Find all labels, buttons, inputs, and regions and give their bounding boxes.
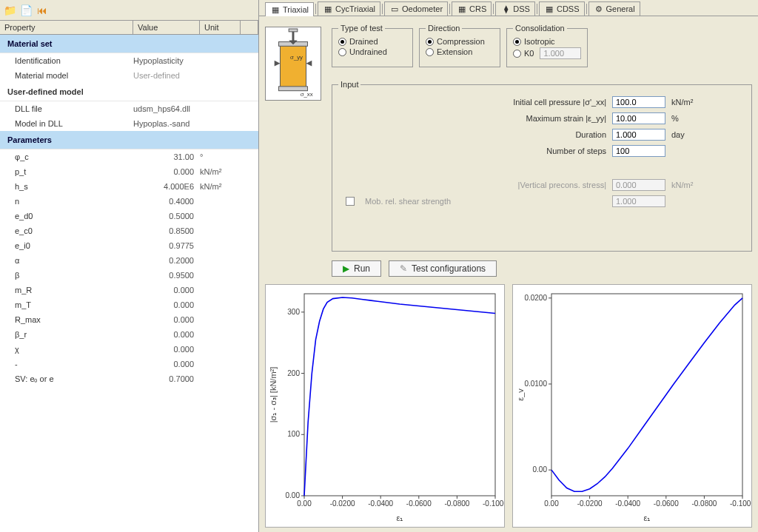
- svg-text:σ_yy: σ_yy: [290, 54, 303, 61]
- new-doc-icon[interactable]: 📄: [19, 4, 33, 17]
- radio-undrained[interactable]: Undrained: [338, 47, 406, 56]
- input-duration[interactable]: [612, 129, 665, 141]
- svg-text:0.00: 0.00: [544, 499, 559, 508]
- tab-crs[interactable]: ▦CRS: [452, 1, 492, 16]
- param-row[interactable]: β_r0.000: [0, 327, 258, 342]
- param-row[interactable]: α0.2000: [0, 253, 258, 268]
- radio-icon: [426, 38, 434, 46]
- radio-drained[interactable]: Drained: [338, 37, 406, 46]
- rewind-icon[interactable]: ⏮: [36, 4, 49, 17]
- left-toolbar: 📁 📄 ⏮: [0, 0, 258, 21]
- tab-icon: ▦: [323, 4, 333, 14]
- svg-rect-2: [279, 87, 308, 91]
- tab-icon: ▦: [544, 4, 554, 14]
- tab-separator: [382, 4, 383, 14]
- input-mob: [612, 195, 665, 207]
- tab-oedometer[interactable]: ▭Oedometer: [384, 1, 448, 16]
- tab-icon: ▦: [270, 4, 281, 15]
- param-row[interactable]: p_t0.000kN/m²: [0, 164, 258, 179]
- svg-text:σ_xx: σ_xx: [301, 91, 313, 98]
- input-max-strain[interactable]: [612, 112, 665, 124]
- col-unit[interactable]: Unit: [200, 21, 241, 34]
- radio-extension[interactable]: Extension: [426, 47, 494, 56]
- param-row[interactable]: -0.000: [0, 357, 258, 371]
- svg-marker-6: [306, 61, 312, 67]
- radio-icon: [338, 48, 346, 56]
- param-row[interactable]: m_R0.000: [0, 283, 258, 297]
- svg-text:0.00: 0.00: [286, 491, 301, 499]
- radio-compression[interactable]: Compression: [426, 37, 494, 46]
- config-icon: ✎: [400, 263, 407, 274]
- param-row[interactable]: h_s4.000E6kN/m²: [0, 179, 258, 194]
- tab-separator: [449, 4, 450, 14]
- radio-icon: [338, 38, 346, 46]
- param-row[interactable]: φ_c31.00°: [0, 149, 258, 164]
- row-cell-pressure: Initial cell pressure |σ'_xx| kN/m²: [338, 96, 701, 108]
- param-row[interactable]: β0.9500: [0, 268, 258, 283]
- fs-input: Input Initial cell pressure |σ'_xx| kN/m…: [332, 80, 752, 252]
- svg-text:-0.1000: -0.1000: [483, 499, 504, 508]
- row-model-in-dll[interactable]: Model in DLL Hypoplas.-sand: [0, 116, 258, 131]
- svg-text:-0.0800: -0.0800: [691, 499, 717, 508]
- tab-triaxial[interactable]: ▦Triaxial: [265, 2, 314, 16]
- param-row[interactable]: e_i00.9775: [0, 238, 258, 253]
- test-panel: ▦Triaxial▦CycTriaxial▭Oedometer▦CRS⧫DSS▦…: [259, 0, 758, 532]
- svg-text:-0.0600: -0.0600: [406, 499, 432, 508]
- svg-text:0.00: 0.00: [533, 465, 548, 474]
- svg-rect-0: [280, 44, 306, 87]
- svg-text:-0.0400: -0.0400: [615, 499, 640, 508]
- param-row[interactable]: e_d00.5000: [0, 209, 258, 223]
- tab-cyctriaxial[interactable]: ▦CycTriaxial: [318, 1, 380, 16]
- tab-cdss[interactable]: ▦CDSS: [539, 1, 585, 16]
- row-steps: Number of steps: [338, 145, 701, 157]
- tab-icon: ▭: [389, 4, 400, 14]
- param-row[interactable]: e_c00.8500: [0, 223, 258, 238]
- section-material-set: Material set: [0, 35, 258, 53]
- param-row[interactable]: n0.4000: [0, 194, 258, 209]
- test-config-button[interactable]: ✎ Test configurations: [389, 260, 497, 277]
- radio-isotropic[interactable]: Isotropic: [513, 37, 581, 46]
- svg-rect-33: [551, 294, 742, 496]
- svg-text:-0.0600: -0.0600: [654, 499, 679, 508]
- row-duration: Duration day: [338, 129, 701, 141]
- checkbox-mob[interactable]: [346, 197, 355, 206]
- run-button[interactable]: ▶ Run: [332, 260, 381, 277]
- chart-ev-vs-eps1[interactable]: 0.00-0.0200-0.0400-0.0600-0.0800-0.10000…: [512, 284, 752, 528]
- svg-marker-7: [275, 61, 281, 67]
- svg-rect-10: [304, 294, 495, 496]
- param-row[interactable]: χ0.000: [0, 342, 258, 357]
- row-precons: |Vertical precons. stress| kN/m²: [338, 179, 701, 191]
- param-row[interactable]: R_max0.000: [0, 312, 258, 327]
- property-grid-body[interactable]: Material set Identification Hypoplastici…: [0, 35, 258, 531]
- col-property[interactable]: Property: [0, 21, 133, 34]
- tab-icon: ▦: [457, 4, 467, 14]
- svg-text:|σ₁ - σ₃| [kN/m²]: |σ₁ - σ₃| [kN/m²]: [269, 367, 278, 423]
- fs-consolidation: Consolidation Isotropic K0 1.000: [506, 24, 588, 67]
- svg-text:ε₁: ε₁: [644, 514, 651, 522]
- tab-icon: ⧫: [500, 4, 511, 14]
- row-max-strain: Maximum strain |ε_yy| %: [338, 112, 701, 124]
- apparatus-diagram: σ_yy σ_xx: [265, 27, 321, 101]
- tab-separator: [586, 4, 587, 14]
- tab-icon: ⚙: [594, 4, 604, 14]
- input-steps[interactable]: [612, 145, 665, 157]
- svg-text:0.00: 0.00: [297, 499, 312, 508]
- radio-icon: [513, 38, 521, 46]
- radio-icon: [513, 50, 521, 58]
- radio-k0[interactable]: K0 1.000: [513, 47, 581, 59]
- tab-general[interactable]: ⚙General: [588, 1, 640, 16]
- row-dll-file[interactable]: DLL file udsm_hps64.dll: [0, 101, 258, 116]
- row-identification[interactable]: Identification Hypoplasticity: [0, 53, 258, 68]
- param-row[interactable]: SV: e₀ or e0.7000: [0, 371, 258, 387]
- folder-icon[interactable]: 📁: [3, 4, 16, 17]
- col-value[interactable]: Value: [133, 21, 200, 34]
- play-icon: ▶: [343, 263, 349, 274]
- chart-q-vs-eps1[interactable]: 0.00-0.0200-0.0400-0.0600-0.0800-0.10000…: [265, 284, 505, 528]
- svg-rect-4: [289, 29, 298, 32]
- section-udm: User-defined model: [0, 83, 258, 101]
- tab-dss[interactable]: ⧫DSS: [495, 1, 535, 16]
- fs-direction: Direction Compression Extension: [419, 24, 500, 67]
- input-cell-pressure[interactable]: [612, 96, 665, 108]
- row-material-model[interactable]: Material model User-defined: [0, 68, 258, 83]
- param-row[interactable]: m_T0.000: [0, 297, 258, 312]
